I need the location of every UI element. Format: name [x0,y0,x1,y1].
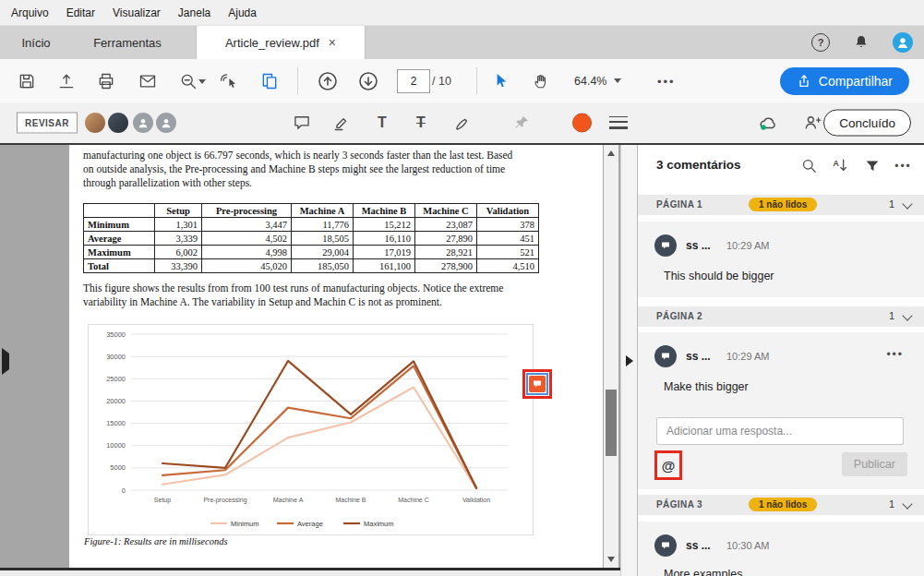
page-section-bar[interactable]: PÁGINA 3 1 não lidos 1 [638,495,924,515]
add-comment-button[interactable] [289,110,315,136]
section-title: PÁGINA 3 [656,499,702,510]
thin-line-icon [609,116,628,117]
email-button[interactable] [135,68,161,94]
unread-badge[interactable]: 1 não lidos [749,198,817,211]
comment-annotation-icon[interactable] [529,376,546,392]
save-button[interactable] [14,68,40,94]
strikethrough-text-button[interactable]: T [408,110,434,136]
add-text-button[interactable]: T [369,110,395,136]
scroll-up-icon[interactable] [604,147,618,160]
table-cell: 16,110 [354,232,415,246]
publish-button[interactable]: Publicar [842,452,907,476]
reply-input[interactable] [656,417,904,445]
comment-text: Make this bigger [664,380,749,393]
page-section-bar[interactable]: PÁGINA 2 1 [638,306,924,327]
page-section-bar[interactable]: PÁGINA 1 1 não lidos 1 [638,195,924,215]
comment-options-button[interactable]: ••• [881,347,909,362]
select-tool-button[interactable] [487,68,513,94]
previous-page-button[interactable] [315,68,341,94]
chevron-down-icon[interactable] [902,198,912,209]
color-picker-button[interactable] [572,114,592,133]
chevron-down-icon[interactable] [902,310,912,320]
search-comments-button[interactable] [799,156,819,175]
sort-az-icon: A [832,157,849,174]
cloud-sync-button[interactable] [755,110,781,136]
left-panel-toggle[interactable] [2,354,9,370]
table-row: Total 33,390 45,020 185,050 161,100 278,… [84,259,539,273]
scroll-down-icon[interactable] [604,553,618,566]
comment-bubble-icon [293,114,311,132]
filter-comments-button[interactable] [862,156,882,175]
menu-arquivo[interactable]: Arquivo [11,6,49,19]
draw-button[interactable] [450,110,475,136]
help-icon[interactable]: ? [811,33,830,52]
comment-text: More examples [664,568,742,576]
table-cell: 28,921 [415,246,477,259]
chevron-right-icon [2,348,9,375]
add-people-button[interactable] [799,110,825,136]
scrollbar-thumb[interactable] [606,390,617,456]
figure-chart-svg: 05000100001500020000250003000035000Setup… [89,325,532,533]
menu-editar[interactable]: Editar [66,6,95,19]
zoom-menu-caret-icon[interactable] [198,79,206,84]
next-page-button[interactable] [355,68,381,94]
results-table: Setup Pre-processing Machine A Machine B… [83,203,539,273]
mention-button-highlight[interactable]: @ [654,450,682,480]
svg-text:35000: 35000 [106,330,126,339]
tab-inicio[interactable]: Início [0,26,72,59]
page-number-input[interactable] [397,69,430,93]
menu-janela[interactable]: Janela [178,6,210,19]
page-total-label: / 10 [432,75,451,88]
reviewer-avatar[interactable] [85,113,105,133]
comment-card[interactable]: ss ... 10:29 AM This should be bigger [638,222,924,297]
table-header-cell: Pre-processing [202,204,292,218]
svg-text:Average: Average [297,520,323,528]
upload-button[interactable] [54,68,79,94]
highlight-button[interactable] [329,110,354,136]
document-vertical-scrollbar[interactable] [604,145,618,568]
svg-text:Pre-processing: Pre-processing [203,497,246,504]
notifications-button[interactable] [848,30,874,55]
touch-select-button[interactable] [216,68,242,94]
toolbar-more-button[interactable]: ••• [652,73,681,89]
acrobat-window: Arquivo Editar Visualizar Janela Ajuda I… [0,0,924,576]
chevron-down-icon[interactable] [902,498,912,509]
tab-document[interactable]: Article_review.pdf × [196,26,366,59]
pdf-page: manufacturing one object is 66.797 secon… [69,145,603,568]
pin-annotation-button[interactable] [509,110,534,136]
revisar-button[interactable]: REVISAR [17,113,78,134]
comments-header-icons: A ••• [799,156,913,175]
concluido-button[interactable]: Concluído [823,110,911,137]
tab-close-icon[interactable]: × [329,35,336,50]
printer-icon [97,72,115,90]
share-button[interactable]: Compartilhar [780,67,909,95]
reviewer-avatar[interactable] [156,113,176,133]
reviewer-avatar[interactable] [133,113,153,133]
comment-card[interactable]: ss ... 10:29 AM ••• Make this bigger @ P… [638,332,924,489]
comment-annotation-highlight[interactable] [522,369,552,399]
page-thumbnails-button[interactable] [257,68,282,94]
menu-visualizar[interactable]: Visualizar [113,6,161,19]
main-toolbar: / 10 64.4% ••• Compartilhar [0,59,924,103]
line-thickness-button[interactable] [609,116,628,129]
print-button[interactable] [93,68,119,94]
zoom-level-dropdown[interactable]: 64.4% [574,75,621,88]
person-icon [895,35,910,50]
zoom-level-value: 64.4% [574,75,606,88]
tab-ferramentas[interactable]: Ferramentas [76,26,179,59]
bell-icon [852,33,870,52]
unread-badge[interactable]: 1 não lidos [749,498,817,511]
sort-comments-button[interactable]: A [831,156,850,175]
hand-tool-button[interactable] [528,68,554,94]
zoom-out-button[interactable] [175,68,201,94]
comment-card[interactable]: ss ... 10:30 AM More examples [638,522,924,576]
table-cell: 15,212 [354,218,415,232]
table-cell: 161,100 [354,259,415,273]
comments-count-title: 3 comentários [656,158,741,172]
menu-ajuda[interactable]: Ajuda [228,6,257,19]
comments-more-button[interactable]: ••• [894,156,913,175]
reviewer-avatar[interactable] [108,113,128,133]
user-avatar[interactable] [893,32,913,53]
page-boundary-gap [0,570,620,576]
comments-panel-toggle[interactable] [620,145,638,576]
